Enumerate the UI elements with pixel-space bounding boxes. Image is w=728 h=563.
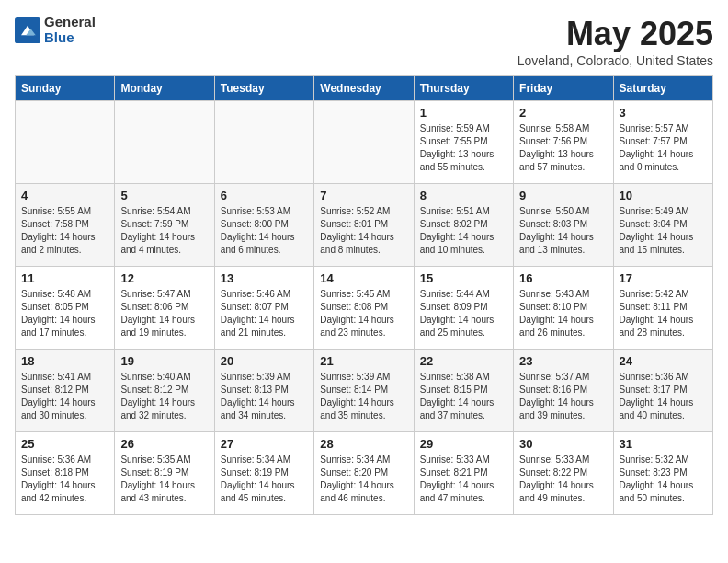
calendar-cell: 23Sunrise: 5:37 AM Sunset: 8:16 PM Dayli…	[514, 350, 613, 432]
day-info: Sunrise: 5:53 AM Sunset: 8:00 PM Dayligh…	[221, 205, 308, 257]
calendar-cell: 12Sunrise: 5:47 AM Sunset: 8:06 PM Dayli…	[115, 267, 214, 350]
calendar-cell: 18Sunrise: 5:41 AM Sunset: 8:12 PM Dayli…	[16, 350, 115, 432]
day-info: Sunrise: 5:55 AM Sunset: 7:58 PM Dayligh…	[21, 205, 108, 257]
calendar-cell: 31Sunrise: 5:32 AM Sunset: 8:23 PM Dayli…	[613, 432, 712, 515]
day-info: Sunrise: 5:37 AM Sunset: 8:16 PM Dayligh…	[519, 371, 607, 422]
day-number: 27	[221, 437, 308, 451]
main-title: May 2025	[518, 15, 713, 53]
day-info: Sunrise: 5:41 AM Sunset: 8:12 PM Dayligh…	[21, 371, 108, 422]
day-info: Sunrise: 5:33 AM Sunset: 8:21 PM Dayligh…	[420, 454, 507, 505]
day-number: 13	[221, 271, 308, 285]
day-number: 18	[21, 354, 108, 368]
calendar-cell: 29Sunrise: 5:33 AM Sunset: 8:21 PM Dayli…	[414, 432, 513, 515]
day-number: 29	[420, 437, 507, 451]
calendar-cell: 8Sunrise: 5:51 AM Sunset: 8:02 PM Daylig…	[414, 184, 513, 267]
logo-blue: Blue	[44, 30, 96, 46]
header-day-tuesday: Tuesday	[214, 76, 313, 101]
day-number: 5	[120, 189, 208, 202]
calendar-cell: 25Sunrise: 5:36 AM Sunset: 8:18 PM Dayli…	[16, 432, 115, 515]
logo: General Blue	[15, 15, 96, 45]
day-number: 28	[320, 437, 407, 451]
day-number: 22	[420, 354, 507, 368]
day-number: 7	[320, 189, 407, 202]
calendar-cell: 11Sunrise: 5:48 AM Sunset: 8:05 PM Dayli…	[16, 267, 115, 350]
day-info: Sunrise: 5:43 AM Sunset: 8:10 PM Dayligh…	[519, 288, 607, 339]
calendar-cell: 2Sunrise: 5:58 AM Sunset: 7:56 PM Daylig…	[514, 101, 613, 184]
day-number: 15	[420, 271, 507, 285]
day-info: Sunrise: 5:57 AM Sunset: 7:57 PM Dayligh…	[620, 122, 707, 174]
day-info: Sunrise: 5:36 AM Sunset: 8:17 PM Dayligh…	[620, 371, 707, 422]
logo-general: General	[44, 15, 96, 30]
week-row-1: 1Sunrise: 5:59 AM Sunset: 7:55 PM Daylig…	[16, 101, 713, 184]
week-row-3: 11Sunrise: 5:48 AM Sunset: 8:05 PM Dayli…	[16, 267, 713, 350]
day-number: 21	[320, 354, 407, 368]
day-info: Sunrise: 5:51 AM Sunset: 8:02 PM Dayligh…	[420, 205, 507, 257]
calendar-cell: 16Sunrise: 5:43 AM Sunset: 8:10 PM Dayli…	[514, 267, 613, 350]
day-info: Sunrise: 5:46 AM Sunset: 8:07 PM Dayligh…	[221, 288, 308, 339]
day-number: 12	[120, 271, 208, 285]
header-day-saturday: Saturday	[613, 76, 712, 101]
day-info: Sunrise: 5:54 AM Sunset: 7:59 PM Dayligh…	[120, 205, 208, 257]
subtitle: Loveland, Colorado, United States	[518, 53, 713, 68]
calendar-cell: 17Sunrise: 5:42 AM Sunset: 8:11 PM Dayli…	[613, 267, 712, 350]
day-info: Sunrise: 5:32 AM Sunset: 8:23 PM Dayligh…	[620, 454, 707, 505]
week-row-4: 18Sunrise: 5:41 AM Sunset: 8:12 PM Dayli…	[16, 350, 713, 432]
day-number: 11	[21, 271, 108, 285]
day-info: Sunrise: 5:40 AM Sunset: 8:12 PM Dayligh…	[120, 371, 208, 422]
logo-text: General Blue	[44, 15, 96, 45]
calendar-cell: 5Sunrise: 5:54 AM Sunset: 7:59 PM Daylig…	[115, 184, 214, 267]
day-info: Sunrise: 5:44 AM Sunset: 8:09 PM Dayligh…	[420, 288, 507, 339]
day-number: 8	[420, 189, 507, 202]
day-info: Sunrise: 5:39 AM Sunset: 8:13 PM Dayligh…	[221, 371, 308, 422]
calendar-cell: 22Sunrise: 5:38 AM Sunset: 8:15 PM Dayli…	[414, 350, 513, 432]
calendar-body: 1Sunrise: 5:59 AM Sunset: 7:55 PM Daylig…	[16, 101, 713, 515]
calendar-cell: 24Sunrise: 5:36 AM Sunset: 8:17 PM Dayli…	[613, 350, 712, 432]
calendar-cell: 26Sunrise: 5:35 AM Sunset: 8:19 PM Dayli…	[115, 432, 214, 515]
day-number: 30	[519, 437, 607, 451]
calendar-cell: 28Sunrise: 5:34 AM Sunset: 8:20 PM Dayli…	[314, 432, 414, 515]
day-info: Sunrise: 5:35 AM Sunset: 8:19 PM Dayligh…	[120, 454, 208, 505]
calendar-cell	[16, 101, 115, 184]
day-info: Sunrise: 5:42 AM Sunset: 8:11 PM Dayligh…	[620, 288, 707, 339]
day-info: Sunrise: 5:38 AM Sunset: 8:15 PM Dayligh…	[420, 371, 507, 422]
calendar-cell: 13Sunrise: 5:46 AM Sunset: 8:07 PM Dayli…	[214, 267, 313, 350]
day-info: Sunrise: 5:49 AM Sunset: 8:04 PM Dayligh…	[620, 205, 707, 257]
header-day-friday: Friday	[514, 76, 613, 101]
day-number: 26	[120, 437, 208, 451]
day-info: Sunrise: 5:47 AM Sunset: 8:06 PM Dayligh…	[120, 288, 208, 339]
header-day-sunday: Sunday	[16, 76, 115, 101]
week-row-5: 25Sunrise: 5:36 AM Sunset: 8:18 PM Dayli…	[16, 432, 713, 515]
calendar-cell: 20Sunrise: 5:39 AM Sunset: 8:13 PM Dayli…	[214, 350, 313, 432]
day-number: 19	[120, 354, 208, 368]
calendar-cell: 6Sunrise: 5:53 AM Sunset: 8:00 PM Daylig…	[214, 184, 313, 267]
header-day-wednesday: Wednesday	[314, 76, 414, 101]
day-number: 10	[620, 189, 707, 202]
day-number: 9	[519, 189, 607, 202]
page-header: General Blue May 2025 Loveland, Colorado…	[15, 15, 713, 68]
day-number: 14	[320, 271, 407, 285]
day-number: 1	[420, 106, 507, 120]
week-row-2: 4Sunrise: 5:55 AM Sunset: 7:58 PM Daylig…	[16, 184, 713, 267]
day-info: Sunrise: 5:52 AM Sunset: 8:01 PM Dayligh…	[320, 205, 407, 257]
calendar-cell: 14Sunrise: 5:45 AM Sunset: 8:08 PM Dayli…	[314, 267, 414, 350]
calendar-cell	[214, 101, 313, 184]
calendar-cell: 1Sunrise: 5:59 AM Sunset: 7:55 PM Daylig…	[414, 101, 513, 184]
day-number: 16	[519, 271, 607, 285]
day-number: 20	[221, 354, 308, 368]
header-day-monday: Monday	[115, 76, 214, 101]
calendar-header: SundayMondayTuesdayWednesdayThursdayFrid…	[16, 76, 713, 101]
day-info: Sunrise: 5:45 AM Sunset: 8:08 PM Dayligh…	[320, 288, 407, 339]
day-number: 25	[21, 437, 108, 451]
day-number: 31	[620, 437, 707, 451]
header-day-thursday: Thursday	[414, 76, 513, 101]
calendar-cell: 3Sunrise: 5:57 AM Sunset: 7:57 PM Daylig…	[613, 101, 712, 184]
calendar-cell: 19Sunrise: 5:40 AM Sunset: 8:12 PM Dayli…	[115, 350, 214, 432]
calendar-table: SundayMondayTuesdayWednesdayThursdayFrid…	[15, 75, 713, 515]
calendar-cell	[314, 101, 414, 184]
day-number: 24	[620, 354, 707, 368]
day-info: Sunrise: 5:34 AM Sunset: 8:20 PM Dayligh…	[320, 454, 407, 505]
calendar-cell: 10Sunrise: 5:49 AM Sunset: 8:04 PM Dayli…	[613, 184, 712, 267]
day-number: 3	[620, 106, 707, 120]
header-row: SundayMondayTuesdayWednesdayThursdayFrid…	[16, 76, 713, 101]
calendar-cell: 30Sunrise: 5:33 AM Sunset: 8:22 PM Dayli…	[514, 432, 613, 515]
